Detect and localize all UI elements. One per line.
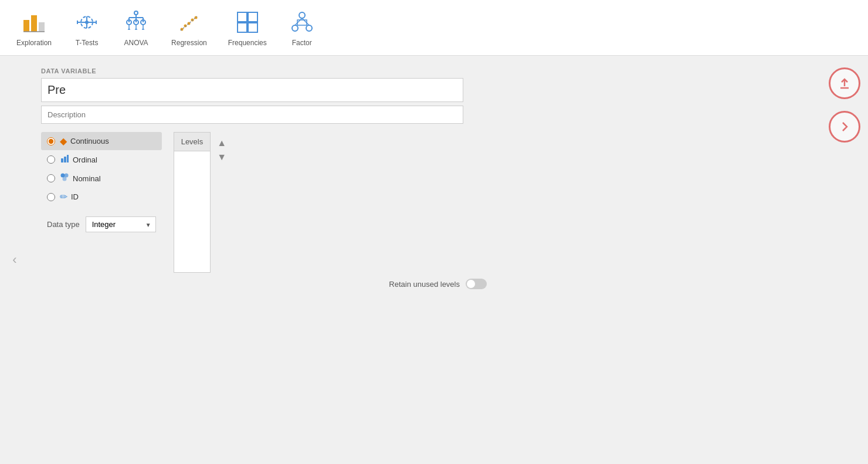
id-label: ✏ ID bbox=[60, 191, 79, 202]
retain-toggle[interactable] bbox=[466, 279, 487, 289]
ordinal-icon bbox=[60, 154, 69, 165]
data-type-row: Data type Integer Decimal Text bbox=[41, 213, 162, 236]
svg-point-39 bbox=[306, 25, 312, 31]
exploration-icon bbox=[20, 8, 48, 36]
radio-continuous[interactable]: ◆ Continuous bbox=[41, 132, 162, 150]
continuous-icon: ◆ bbox=[60, 136, 67, 147]
type-levels-row: ◆ Continuous Ordinal bbox=[41, 132, 487, 273]
svg-point-20 bbox=[134, 11, 138, 15]
svg-point-46 bbox=[61, 174, 65, 178]
left-nav: ‹ bbox=[0, 56, 29, 464]
radio-continuous-input[interactable] bbox=[47, 137, 55, 145]
data-type-select-wrapper: Integer Decimal Text bbox=[86, 216, 156, 232]
toolbar-item-anova[interactable]: ANOVA bbox=[111, 2, 161, 53]
toolbar-item-frequencies[interactable]: Frequencies bbox=[218, 2, 277, 53]
levels-body bbox=[174, 151, 211, 269]
svg-point-7 bbox=[85, 21, 89, 24]
frequencies-icon bbox=[233, 8, 262, 36]
data-type-select[interactable]: Integer Decimal Text bbox=[86, 216, 156, 232]
svg-rect-33 bbox=[238, 12, 247, 22]
type-panel: ◆ Continuous Ordinal bbox=[41, 132, 162, 236]
levels-panel: Levels bbox=[174, 132, 211, 273]
level-down-button[interactable]: ▼ bbox=[217, 152, 226, 162]
svg-point-47 bbox=[65, 174, 69, 178]
next-button[interactable] bbox=[829, 111, 860, 143]
radio-id-input[interactable] bbox=[47, 193, 55, 201]
continuous-label: ◆ Continuous bbox=[60, 136, 109, 147]
factor-icon bbox=[288, 8, 316, 36]
center-panel: DATA VARIABLE ◆ Continuous bbox=[29, 56, 821, 464]
toolbar-item-factor[interactable]: Factor bbox=[277, 2, 327, 53]
right-buttons bbox=[821, 56, 868, 464]
ordinal-label: Ordinal bbox=[60, 154, 97, 165]
radio-ordinal[interactable]: Ordinal bbox=[41, 150, 162, 169]
levels-arrows: ▲ ▼ bbox=[213, 132, 230, 273]
radio-nominal-input[interactable] bbox=[47, 174, 55, 182]
anova-label: ANOVA bbox=[124, 39, 148, 47]
svg-rect-44 bbox=[64, 157, 66, 162]
svg-rect-43 bbox=[61, 158, 63, 162]
svg-rect-45 bbox=[67, 155, 69, 162]
svg-point-48 bbox=[63, 177, 67, 181]
data-type-label: Data type bbox=[47, 220, 80, 229]
svg-point-37 bbox=[299, 12, 305, 18]
factor-label: Factor bbox=[292, 39, 312, 47]
ttests-icon bbox=[73, 8, 101, 36]
radio-ordinal-input[interactable] bbox=[47, 155, 55, 164]
nominal-label: Nominal bbox=[60, 172, 101, 184]
svg-rect-42 bbox=[297, 20, 307, 25]
regression-icon bbox=[175, 8, 203, 36]
svg-line-40 bbox=[295, 18, 302, 25]
main-area: ‹ DATA VARIABLE ◆ Continuous bbox=[0, 56, 868, 464]
upload-button[interactable] bbox=[829, 67, 860, 99]
data-variable-section: DATA VARIABLE ◆ Continuous bbox=[35, 67, 815, 295]
variable-name-input[interactable] bbox=[41, 78, 463, 102]
level-up-button[interactable]: ▲ bbox=[217, 138, 226, 148]
levels-header: Levels bbox=[174, 133, 211, 151]
svg-rect-36 bbox=[248, 23, 257, 32]
nav-left-arrow[interactable]: ‹ bbox=[12, 252, 16, 267]
ttests-label: T-Tests bbox=[76, 39, 99, 47]
nominal-icon bbox=[60, 172, 69, 184]
svg-rect-2 bbox=[39, 22, 45, 32]
id-icon: ✏ bbox=[60, 191, 67, 202]
retain-row: Retain unused levels bbox=[41, 273, 499, 295]
regression-label: Regression bbox=[171, 39, 207, 47]
exploration-label: Exploration bbox=[16, 39, 52, 47]
svg-line-41 bbox=[302, 18, 309, 25]
svg-rect-0 bbox=[23, 20, 29, 32]
toolbar: Exploration T-Tests bbox=[0, 0, 868, 56]
levels-container: Levels ▲ ▼ bbox=[174, 132, 231, 273]
radio-id[interactable]: ✏ ID bbox=[41, 188, 162, 206]
retain-label: Retain unused levels bbox=[389, 280, 460, 289]
description-input[interactable] bbox=[41, 106, 463, 124]
toolbar-item-ttests[interactable]: T-Tests bbox=[62, 2, 111, 53]
toolbar-item-regression[interactable]: Regression bbox=[161, 2, 218, 53]
svg-rect-35 bbox=[238, 23, 247, 32]
svg-rect-1 bbox=[31, 15, 37, 32]
toolbar-item-exploration[interactable]: Exploration bbox=[6, 2, 62, 53]
svg-point-38 bbox=[292, 25, 298, 31]
radio-nominal[interactable]: Nominal bbox=[41, 169, 162, 188]
frequencies-label: Frequencies bbox=[228, 39, 267, 47]
anova-icon bbox=[122, 8, 150, 36]
section-label: DATA VARIABLE bbox=[41, 67, 809, 74]
svg-rect-34 bbox=[248, 12, 257, 22]
